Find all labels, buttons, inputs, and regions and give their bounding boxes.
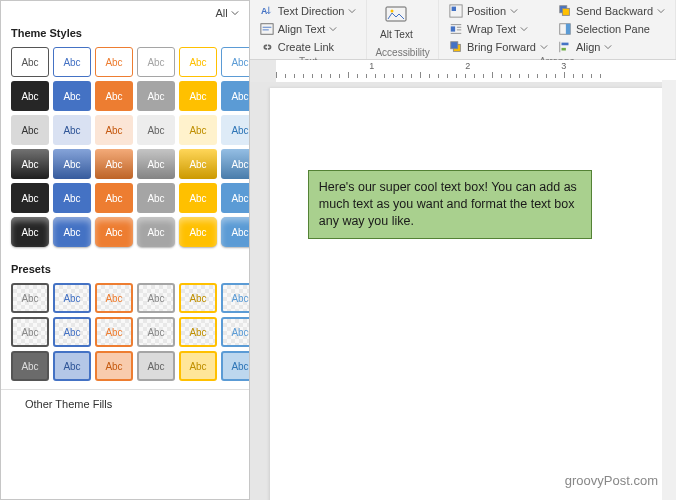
presets-grid: AbcAbcAbcAbcAbcAbcAbcAbcAbcAbcAbcAbcAbcA… bbox=[1, 283, 249, 389]
style-swatch[interactable]: Abc bbox=[95, 217, 133, 247]
style-swatch[interactable]: Abc bbox=[221, 217, 250, 247]
text-direction-icon: A bbox=[260, 4, 274, 18]
preset-swatch[interactable]: Abc bbox=[95, 283, 133, 313]
style-swatch[interactable]: Abc bbox=[179, 183, 217, 213]
style-swatch[interactable]: Abc bbox=[137, 149, 175, 179]
preset-swatch[interactable]: Abc bbox=[53, 317, 91, 347]
selection-pane-button[interactable]: Selection Pane bbox=[556, 21, 667, 37]
svg-rect-18 bbox=[566, 24, 570, 35]
preset-swatch[interactable]: Abc bbox=[53, 283, 91, 313]
style-swatch[interactable]: Abc bbox=[221, 183, 250, 213]
style-swatch[interactable]: Abc bbox=[137, 183, 175, 213]
style-swatch[interactable]: Abc bbox=[221, 81, 250, 111]
alt-text-button[interactable]: Alt Text bbox=[375, 3, 417, 40]
preset-swatch[interactable]: Abc bbox=[95, 351, 133, 381]
vertical-scrollbar[interactable] bbox=[662, 80, 676, 500]
chevron-down-icon bbox=[540, 43, 548, 51]
style-swatch[interactable]: Abc bbox=[95, 149, 133, 179]
style-swatch[interactable]: Abc bbox=[11, 149, 49, 179]
preset-swatch[interactable]: Abc bbox=[179, 317, 217, 347]
style-swatch[interactable]: Abc bbox=[11, 183, 49, 213]
align-button[interactable]: Align bbox=[556, 39, 667, 55]
svg-rect-14 bbox=[451, 42, 458, 49]
text-direction-button[interactable]: A Text Direction bbox=[258, 3, 359, 19]
other-theme-fills-label: Other Theme Fills bbox=[25, 398, 112, 410]
style-swatch[interactable]: Abc bbox=[137, 81, 175, 111]
ribbon: A Text Direction Align Text Create Link … bbox=[250, 0, 676, 60]
style-swatch[interactable]: Abc bbox=[137, 217, 175, 247]
svg-point-5 bbox=[391, 10, 394, 13]
style-swatch[interactable]: Abc bbox=[95, 183, 133, 213]
svg-text:A: A bbox=[261, 6, 268, 16]
preset-swatch[interactable]: Abc bbox=[95, 317, 133, 347]
style-swatch[interactable]: Abc bbox=[11, 47, 49, 77]
align-text-icon bbox=[260, 22, 274, 36]
style-swatch[interactable]: Abc bbox=[179, 217, 217, 247]
svg-rect-1 bbox=[261, 24, 273, 35]
style-swatch[interactable]: Abc bbox=[95, 81, 133, 111]
preset-swatch[interactable]: Abc bbox=[221, 351, 250, 381]
style-swatch[interactable]: Abc bbox=[137, 47, 175, 77]
preset-swatch[interactable]: Abc bbox=[11, 317, 49, 347]
shape-styles-panel: All Theme Styles AbcAbcAbcAbcAbcAbcAbcAb… bbox=[0, 0, 250, 500]
chevron-down-icon bbox=[348, 7, 356, 15]
style-swatch[interactable]: Abc bbox=[53, 47, 91, 77]
theme-styles-grid: AbcAbcAbcAbcAbcAbcAbcAbcAbcAbcAbcAbcAbcA… bbox=[1, 47, 249, 257]
page-background: Here's our super cool text box! You can … bbox=[250, 82, 676, 500]
preset-swatch[interactable]: Abc bbox=[11, 283, 49, 313]
preset-swatch[interactable]: Abc bbox=[53, 351, 91, 381]
chevron-down-icon bbox=[231, 9, 239, 17]
preset-swatch[interactable]: Abc bbox=[221, 283, 250, 313]
selection-pane-icon bbox=[558, 22, 572, 36]
document-page[interactable]: Here's our super cool text box! You can … bbox=[270, 88, 676, 500]
chevron-down-icon bbox=[520, 25, 528, 33]
style-swatch[interactable]: Abc bbox=[179, 115, 217, 145]
preset-swatch[interactable]: Abc bbox=[11, 351, 49, 381]
position-icon bbox=[449, 4, 463, 18]
chevron-down-icon bbox=[657, 7, 665, 15]
style-swatch[interactable]: Abc bbox=[53, 81, 91, 111]
style-swatch[interactable]: Abc bbox=[179, 47, 217, 77]
style-swatch[interactable]: Abc bbox=[221, 115, 250, 145]
style-swatch[interactable]: Abc bbox=[95, 47, 133, 77]
send-backward-button[interactable]: Send Backward bbox=[556, 3, 667, 19]
style-swatch[interactable]: Abc bbox=[95, 115, 133, 145]
style-swatch[interactable]: Abc bbox=[11, 81, 49, 111]
style-swatch[interactable]: Abc bbox=[179, 149, 217, 179]
style-swatch[interactable]: Abc bbox=[137, 115, 175, 145]
alt-text-icon bbox=[384, 3, 408, 27]
style-swatch[interactable]: Abc bbox=[179, 81, 217, 111]
style-swatch[interactable]: Abc bbox=[53, 217, 91, 247]
preset-swatch[interactable]: Abc bbox=[179, 351, 217, 381]
ribbon-group-accessibility-label: Accessibility bbox=[375, 46, 429, 58]
align-icon bbox=[558, 40, 572, 54]
style-swatch[interactable]: Abc bbox=[53, 115, 91, 145]
preset-swatch[interactable]: Abc bbox=[137, 317, 175, 347]
svg-rect-9 bbox=[451, 26, 455, 31]
link-icon bbox=[260, 40, 274, 54]
bring-forward-button[interactable]: Bring Forward bbox=[447, 39, 550, 55]
create-link-button[interactable]: Create Link bbox=[258, 39, 359, 55]
horizontal-ruler[interactable]: 123 bbox=[250, 60, 676, 82]
position-button[interactable]: Position bbox=[447, 3, 550, 19]
bring-forward-icon bbox=[449, 40, 463, 54]
preset-swatch[interactable]: Abc bbox=[137, 351, 175, 381]
preset-swatch[interactable]: Abc bbox=[221, 317, 250, 347]
style-swatch[interactable]: Abc bbox=[11, 217, 49, 247]
style-swatch[interactable]: Abc bbox=[53, 149, 91, 179]
all-filter-dropdown[interactable]: All bbox=[216, 7, 239, 19]
send-backward-icon bbox=[558, 4, 572, 18]
preset-swatch[interactable]: Abc bbox=[137, 283, 175, 313]
style-swatch[interactable]: Abc bbox=[11, 115, 49, 145]
svg-rect-4 bbox=[386, 7, 406, 21]
text-box[interactable]: Here's our super cool text box! You can … bbox=[308, 170, 592, 239]
style-swatch[interactable]: Abc bbox=[221, 149, 250, 179]
style-swatch[interactable]: Abc bbox=[53, 183, 91, 213]
style-swatch[interactable]: Abc bbox=[221, 47, 250, 77]
preset-swatch[interactable]: Abc bbox=[179, 283, 217, 313]
other-theme-fills-menu[interactable]: Other Theme Fills bbox=[1, 389, 249, 418]
align-text-button[interactable]: Align Text bbox=[258, 21, 359, 37]
svg-rect-20 bbox=[561, 43, 568, 46]
wrap-text-button[interactable]: Wrap Text bbox=[447, 21, 550, 37]
all-label: All bbox=[216, 7, 228, 19]
